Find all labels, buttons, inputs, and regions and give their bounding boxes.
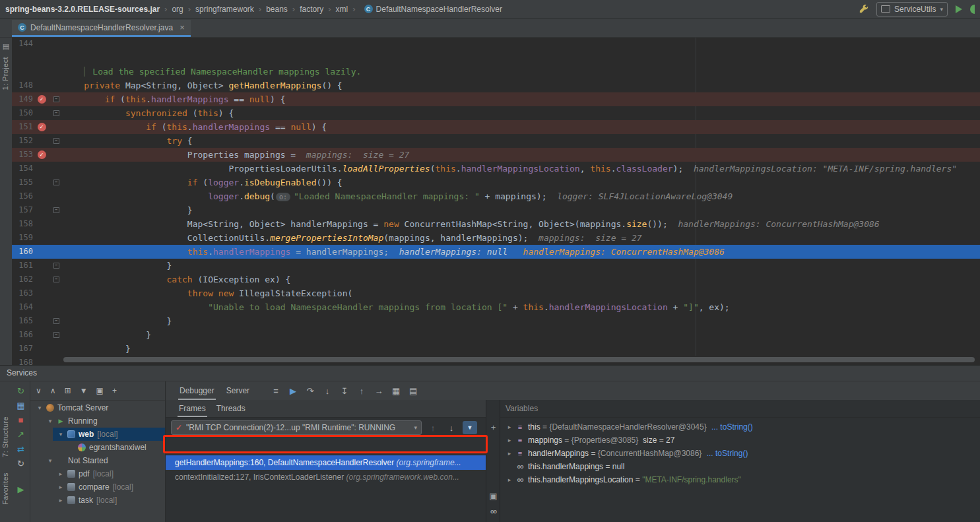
variable-row[interactable]: ▸≡mappings = {Properties@3085} size = 27 bbox=[500, 434, 980, 447]
show-execution-point-icon[interactable]: ▶ bbox=[284, 386, 302, 396]
refresh-icon[interactable]: ↻ bbox=[12, 459, 30, 469]
breakpoint-icon[interactable]: ✓ bbox=[38, 123, 46, 131]
breakpoint-icon[interactable]: ✓ bbox=[38, 95, 46, 104]
project-tool-icon[interactable]: ▤ bbox=[0, 42, 12, 51]
chevron-icon[interactable]: ▸ bbox=[55, 471, 66, 477]
fold-marker-icon[interactable]: − bbox=[53, 179, 59, 185]
fold-marker-icon[interactable]: − bbox=[53, 318, 59, 324]
breakpoint-gutter[interactable] bbox=[33, 342, 50, 356]
frame-down-icon[interactable]: ↓ bbox=[444, 423, 459, 433]
tab-threads[interactable]: Threads bbox=[211, 400, 251, 417]
chevron-icon[interactable]: ▸ bbox=[55, 484, 66, 490]
step-out-icon[interactable]: ↑ bbox=[353, 386, 370, 396]
chevron-icon[interactable]: ▸ bbox=[504, 437, 515, 443]
breakpoint-gutter[interactable] bbox=[33, 217, 50, 231]
breadcrumb-item[interactable]: xml bbox=[336, 5, 348, 14]
breadcrumb-item[interactable]: springframework bbox=[195, 5, 254, 14]
view-options-icon[interactable]: ▣ bbox=[96, 386, 104, 395]
expand-all-icon[interactable]: ∨ bbox=[36, 386, 42, 395]
breadcrumb-jar[interactable]: spring-beans-3.2.0.RELEASE-sources.jar bbox=[5, 5, 160, 14]
deploy-icon[interactable]: ↗ bbox=[12, 430, 30, 440]
chevron-icon[interactable]: ▸ bbox=[55, 497, 66, 504]
services-tree-item-compare[interactable]: ▸compare[local] bbox=[30, 480, 165, 494]
breakpoint-gutter[interactable] bbox=[33, 231, 50, 245]
breakpoint-gutter[interactable] bbox=[33, 356, 50, 365]
breakpoint-gutter[interactable] bbox=[33, 300, 50, 314]
more-options-icon[interactable]: ▤ bbox=[405, 386, 422, 396]
breakpoint-gutter[interactable] bbox=[33, 314, 50, 328]
force-step-into-icon[interactable]: ↧ bbox=[336, 386, 353, 396]
services-tree-item-task[interactable]: ▸task[local] bbox=[30, 494, 165, 507]
variable-row[interactable]: ▸≡this = {DefaultNamespaceHandlerResolve… bbox=[500, 420, 980, 434]
services-tree-item-web[interactable]: ▾web[local] bbox=[30, 428, 165, 441]
collapse-all-icon[interactable]: ∧ bbox=[50, 386, 56, 395]
tab-server[interactable]: Server bbox=[220, 381, 255, 400]
breakpoint-gutter[interactable] bbox=[33, 245, 50, 259]
tab-debugger[interactable]: Debugger bbox=[174, 381, 220, 400]
step-over-icon[interactable]: ↷ bbox=[302, 386, 319, 396]
resume-icon[interactable]: ▶ bbox=[12, 484, 30, 494]
breakpoint-gutter[interactable] bbox=[33, 259, 50, 273]
view-breakpoints-icon[interactable]: ▦ bbox=[387, 386, 405, 396]
fold-marker-icon[interactable]: − bbox=[53, 96, 59, 102]
thread-select[interactable]: ✓ "RMI TCP Connection(2)-12...up "RMI Ru… bbox=[171, 420, 422, 435]
layout-settings-icon[interactable]: ≡ bbox=[267, 386, 284, 396]
run-button[interactable] bbox=[956, 5, 962, 13]
breadcrumb-class[interactable]: DefaultNamespaceHandlerResolver bbox=[376, 5, 502, 14]
fold-marker-icon[interactable]: − bbox=[53, 110, 59, 116]
filter-icon[interactable]: ▼ bbox=[80, 386, 88, 395]
breakpoint-gutter[interactable] bbox=[33, 79, 50, 92]
tool-window-button-structure[interactable]: 7: Structure bbox=[1, 416, 9, 457]
fold-marker-icon[interactable]: − bbox=[53, 277, 59, 282]
breakpoint-gutter[interactable]: ✓ bbox=[33, 120, 50, 134]
breakpoint-gutter[interactable] bbox=[33, 162, 50, 176]
tool-window-button-project[interactable]: 1: Project bbox=[1, 57, 9, 90]
services-tree-item-tomcat-server[interactable]: ▾Tomcat Server bbox=[30, 401, 165, 414]
breadcrumb-item[interactable]: org bbox=[172, 5, 183, 14]
variable-row[interactable]: ▸oothis.handlerMappingsLocation = "META-… bbox=[500, 473, 980, 486]
breakpoint-gutter[interactable] bbox=[33, 176, 50, 189]
breakpoint-gutter[interactable] bbox=[33, 37, 50, 51]
breakpoint-gutter[interactable] bbox=[33, 51, 50, 65]
run-configuration-select[interactable]: ServiceUtils ▾ bbox=[876, 2, 948, 16]
horizontal-scrollbar[interactable] bbox=[63, 357, 975, 362]
chevron-icon[interactable]: ▾ bbox=[45, 418, 55, 424]
chevron-icon[interactable]: ▾ bbox=[45, 457, 55, 464]
fold-marker-icon[interactable]: − bbox=[53, 332, 59, 338]
connect-icon[interactable]: ⇄ bbox=[12, 444, 30, 454]
breadcrumb-item[interactable]: factory bbox=[300, 5, 323, 14]
breakpoint-gutter[interactable] bbox=[33, 189, 50, 203]
breakpoint-gutter[interactable]: ✓ bbox=[33, 92, 50, 106]
services-grid-icon[interactable]: ▦ bbox=[12, 401, 30, 410]
chevron-icon[interactable]: ▸ bbox=[504, 450, 515, 457]
services-tree-item-pdf[interactable]: ▸pdf[local] bbox=[30, 467, 165, 480]
run-to-cursor-icon[interactable]: → bbox=[370, 386, 387, 396]
editor-tab[interactable]: C DefaultNamespaceHandlerResolver.java × bbox=[12, 20, 191, 37]
fold-marker-icon[interactable]: − bbox=[53, 138, 59, 144]
chevron-icon[interactable]: ▾ bbox=[55, 431, 66, 438]
services-panel-header[interactable]: Services bbox=[0, 365, 980, 381]
tab-frames[interactable]: Frames bbox=[174, 400, 211, 417]
breakpoint-gutter[interactable] bbox=[33, 106, 50, 120]
breakpoint-gutter[interactable] bbox=[33, 328, 50, 342]
rerun-icon[interactable]: ↻ bbox=[12, 386, 30, 396]
add-service-icon[interactable]: + bbox=[112, 386, 117, 395]
debug-button[interactable] bbox=[970, 5, 975, 14]
breakpoint-gutter[interactable]: ✓ bbox=[33, 148, 50, 162]
stop-icon[interactable]: ■ bbox=[12, 415, 30, 425]
group-by-icon[interactable]: ⊞ bbox=[65, 386, 71, 395]
chevron-icon[interactable]: ▸ bbox=[504, 424, 515, 430]
fold-marker-icon[interactable]: − bbox=[53, 207, 59, 213]
breakpoint-gutter[interactable] bbox=[33, 203, 50, 217]
stack-frame-row[interactable]: getHandlerMappings:160, DefaultNamespace… bbox=[166, 455, 486, 470]
wrench-icon[interactable] bbox=[859, 4, 868, 14]
tostring-link[interactable]: ... toString() bbox=[707, 449, 748, 458]
breakpoint-gutter[interactable] bbox=[33, 134, 50, 148]
show-watches-icon[interactable]: oo bbox=[486, 508, 500, 515]
step-into-icon[interactable]: ↓ bbox=[319, 386, 336, 396]
breakpoint-gutter[interactable] bbox=[33, 65, 50, 79]
chevron-icon[interactable]: ▾ bbox=[34, 405, 45, 411]
services-tree-item-not-started[interactable]: ▾Not Started bbox=[30, 454, 165, 467]
variable-row[interactable]: oothis.handlerMappings = null bbox=[500, 460, 980, 473]
breakpoint-gutter[interactable] bbox=[33, 286, 50, 300]
